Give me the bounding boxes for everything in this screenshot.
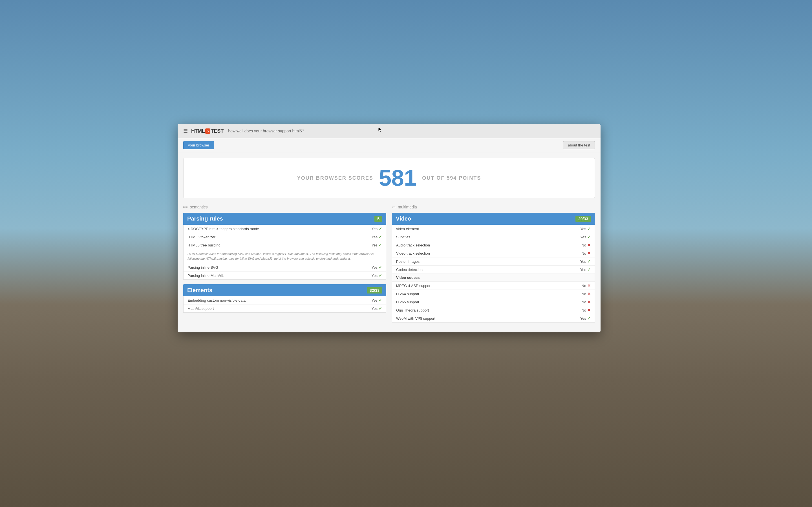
about-test-button[interactable]: about the test xyxy=(563,141,595,149)
sections-grid: ≈≈ semantics Parsing rules 5 <!DOCTYPE h… xyxy=(183,205,595,323)
test-result: Yes ✓ xyxy=(371,298,382,302)
table-row: Audio track selection No ✕ xyxy=(392,241,595,249)
cross-icon: ✕ xyxy=(587,291,591,296)
multimedia-header: ▭ multimedia xyxy=(392,205,595,209)
test-result: Yes ✓ xyxy=(371,235,382,239)
elements-header: Elements 32/33 xyxy=(183,284,386,296)
test-name: Parsing inline MathML xyxy=(188,274,371,278)
elements-category: Elements 32/33 Embedding custom non-visi… xyxy=(183,284,386,313)
test-result: No ✕ xyxy=(581,283,591,288)
test-name: video element xyxy=(396,227,580,231)
score-number: 581 xyxy=(379,167,416,189)
browser-content: YOUR BROWSER SCORES 581 OUT OF 594 POINT… xyxy=(177,152,601,332)
test-text: TEST xyxy=(211,128,223,134)
test-name: Codec detection xyxy=(396,268,580,272)
browser-chrome: ☰ HTML 5 TEST how well does your browser… xyxy=(177,124,601,138)
table-row: <!DOCTYPE html> triggers standards mode … xyxy=(184,225,386,233)
test-name: Poster images xyxy=(396,260,580,264)
table-row: H.265 support No ✕ xyxy=(392,298,595,306)
check-icon: ✓ xyxy=(378,235,382,239)
score-prefix: YOUR BROWSER SCORES xyxy=(297,175,373,181)
table-row: Parsing inline MathML Yes ✓ xyxy=(184,272,386,279)
semantics-title: semantics xyxy=(190,205,207,209)
test-name: MPEG-4 ASP support xyxy=(396,284,581,288)
check-icon: ✓ xyxy=(378,273,382,278)
parsing-rules-body: <!DOCTYPE html> triggers standards mode … xyxy=(183,225,386,280)
multimedia-column: ▭ multimedia Video 29/33 video element Y… xyxy=(392,205,595,323)
video-title: Video xyxy=(396,216,411,222)
test-name: Embedding custom non-visible data xyxy=(188,298,371,302)
table-row: MPEG-4 ASP support No ✕ xyxy=(392,282,595,290)
semantics-icon: ≈≈ xyxy=(183,205,188,209)
score-suffix: OUT OF 594 POINTS xyxy=(422,175,481,181)
cross-icon: ✕ xyxy=(587,251,591,256)
video-header: Video 29/33 xyxy=(392,213,595,225)
cross-icon: ✕ xyxy=(587,300,591,304)
video-score: 29/33 xyxy=(575,216,591,222)
test-result: Yes ✓ xyxy=(371,265,382,270)
test-name: <!DOCTYPE html> triggers standards mode xyxy=(188,227,371,231)
test-result: No ✕ xyxy=(581,243,591,247)
elements-title: Elements xyxy=(187,287,212,293)
parsing-rules-score: 5 xyxy=(374,216,382,222)
test-result: No ✕ xyxy=(581,300,591,304)
test-result: No ✕ xyxy=(581,291,591,296)
table-row: Ogg Theora support No ✕ xyxy=(392,306,595,314)
tagline: how well does your browser support html5… xyxy=(228,129,304,133)
parsing-rules-category: Parsing rules 5 <!DOCTYPE html> triggers… xyxy=(183,213,386,280)
test-name: WebM with VP8 support xyxy=(396,316,580,321)
test-result: Yes ✓ xyxy=(580,267,591,272)
test-result: Yes ✓ xyxy=(580,226,591,231)
table-row: Parsing inline SVG Yes ✓ xyxy=(184,263,386,272)
check-icon: ✓ xyxy=(378,298,382,302)
parsing-rules-header: Parsing rules 5 xyxy=(183,213,386,225)
multimedia-icon: ▭ xyxy=(392,205,396,209)
table-row: Subtitles Yes ✓ xyxy=(392,233,595,241)
test-name: H.265 support xyxy=(396,300,581,304)
table-row: video element Yes ✓ xyxy=(392,225,595,233)
check-icon: ✓ xyxy=(378,265,382,270)
check-icon: ✓ xyxy=(378,243,382,247)
video-body: video element Yes ✓ Subtitles Yes ✓ Audi… xyxy=(392,225,595,323)
elements-body: Embedding custom non-visible data Yes ✓ … xyxy=(183,296,386,313)
browser-logo: HTML 5 TEST xyxy=(191,128,223,134)
check-icon: ✓ xyxy=(587,259,591,264)
test-result: Yes ✓ xyxy=(580,235,591,239)
semantics-header: ≈≈ semantics xyxy=(183,205,386,209)
check-icon: ✓ xyxy=(587,235,591,239)
cross-icon: ✕ xyxy=(587,243,591,247)
video-category: Video 29/33 video element Yes ✓ Subtitle… xyxy=(392,213,595,323)
table-row: MathML support Yes ✓ xyxy=(184,304,386,313)
video-codecs-header: Video codecs xyxy=(392,274,595,282)
elements-score: 32/33 xyxy=(367,287,382,293)
multimedia-title: multimedia xyxy=(398,205,417,209)
table-row: Codec detection Yes ✓ xyxy=(392,266,595,274)
test-name: Parsing inline SVG xyxy=(188,265,371,270)
test-name: Video track selection xyxy=(396,251,581,256)
test-result: Yes ✓ xyxy=(371,243,382,247)
test-result: No ✕ xyxy=(581,308,591,313)
your-browser-button[interactable]: your browser xyxy=(183,141,214,149)
html5-badge: 5 xyxy=(205,128,210,134)
test-result: Yes ✓ xyxy=(371,273,382,278)
check-icon: ✓ xyxy=(378,306,382,311)
browser-window: ☰ HTML 5 TEST how well does your browser… xyxy=(177,124,601,332)
test-name: MathML support xyxy=(188,306,371,311)
test-result: Yes ✓ xyxy=(371,226,382,231)
table-row: Poster images Yes ✓ xyxy=(392,258,595,266)
test-result: Yes ✓ xyxy=(371,306,382,311)
cross-icon: ✕ xyxy=(587,308,591,313)
score-banner: YOUR BROWSER SCORES 581 OUT OF 594 POINT… xyxy=(183,158,595,198)
table-row: Video track selection No ✕ xyxy=(392,249,595,258)
test-name: HTML5 tree building xyxy=(188,243,371,247)
test-name: H.264 support xyxy=(396,292,581,296)
test-name: HTML5 tokenizer xyxy=(188,235,371,239)
check-icon: ✓ xyxy=(587,316,591,321)
browser-nav: your browser about the test xyxy=(177,138,601,152)
table-row: WebM with VP8 support Yes ✓ xyxy=(392,314,595,322)
menu-icon[interactable]: ☰ xyxy=(183,128,188,134)
html-text: HTML xyxy=(191,128,205,134)
test-result: No ✕ xyxy=(581,251,591,256)
table-row: Embedding custom non-visible data Yes ✓ xyxy=(184,296,386,304)
semantics-column: ≈≈ semantics Parsing rules 5 <!DOCTYPE h… xyxy=(183,205,386,323)
